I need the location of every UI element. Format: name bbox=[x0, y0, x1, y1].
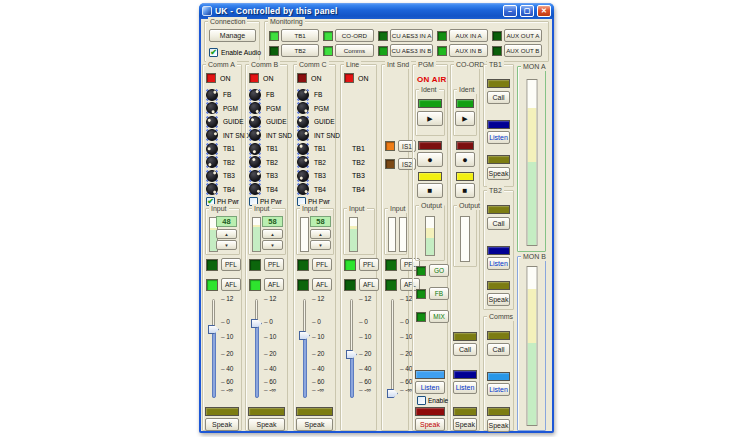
gain-down-button[interactable]: ▼ bbox=[216, 240, 237, 250]
speak-button[interactable]: Speak bbox=[487, 167, 510, 180]
input-gain-value[interactable]: 58 bbox=[310, 216, 331, 227]
play-indicator-bar bbox=[456, 99, 474, 108]
gain-up-button[interactable]: ▲ bbox=[310, 229, 331, 239]
stop-button[interactable]: ■ bbox=[455, 183, 475, 198]
afl-button[interactable]: AFL bbox=[264, 278, 284, 291]
afl-button[interactable]: AFL bbox=[359, 278, 379, 291]
enable-audio-label: Enable Audio bbox=[221, 49, 261, 56]
monitoring-button[interactable]: AUX IN A bbox=[449, 29, 487, 42]
title-bar[interactable]: UK - Controlled by this panel – ▢ ✕ bbox=[199, 3, 554, 19]
monitoring-button[interactable]: CO-ORD bbox=[335, 29, 373, 42]
gain-up-button[interactable]: ▲ bbox=[262, 229, 283, 239]
fader-thumb[interactable] bbox=[299, 331, 310, 340]
listen-button[interactable]: Listen bbox=[453, 381, 477, 394]
knob-label: PGM bbox=[266, 105, 281, 112]
speak-button[interactable]: Speak bbox=[415, 418, 445, 431]
go-button[interactable]: GO bbox=[429, 264, 449, 277]
pfl-button[interactable]: PFL bbox=[264, 258, 284, 271]
level-knob[interactable] bbox=[206, 129, 218, 141]
call-button[interactable]: Call bbox=[487, 343, 510, 356]
stop-button[interactable]: ■ bbox=[417, 183, 443, 198]
level-knob[interactable] bbox=[249, 129, 261, 141]
knob-row: INT SND bbox=[297, 129, 335, 142]
speak-button[interactable]: Speak bbox=[453, 418, 477, 431]
fader-thumb[interactable] bbox=[387, 389, 398, 398]
call-button[interactable]: Call bbox=[487, 91, 510, 104]
call-button[interactable]: Call bbox=[453, 343, 477, 356]
level-knob[interactable] bbox=[206, 143, 218, 155]
afl-button[interactable]: AFL bbox=[221, 278, 241, 291]
listen-button[interactable]: Listen bbox=[487, 383, 510, 396]
level-knob[interactable] bbox=[206, 170, 218, 182]
gain-up-button[interactable]: ▲ bbox=[216, 229, 237, 239]
listen-button[interactable]: Listen bbox=[487, 131, 510, 144]
level-knob[interactable] bbox=[297, 102, 309, 114]
speak-button[interactable]: Speak bbox=[205, 418, 239, 431]
call-button[interactable]: Call bbox=[487, 217, 510, 230]
level-knob[interactable] bbox=[249, 143, 261, 155]
level-knob[interactable] bbox=[206, 183, 218, 195]
monitoring-button[interactable]: Comms bbox=[335, 44, 373, 57]
play-button[interactable]: ▶ bbox=[455, 111, 475, 126]
enable-audio-checkbox[interactable]: ✔ bbox=[209, 48, 218, 57]
play-button[interactable]: ▶ bbox=[417, 111, 443, 126]
speak-button[interactable]: Speak bbox=[487, 419, 510, 432]
gain-down-button[interactable]: ▼ bbox=[310, 240, 331, 250]
input-gain-value[interactable]: 58 bbox=[262, 216, 283, 227]
pfl-button[interactable]: PFL bbox=[359, 258, 379, 271]
listen-button[interactable]: Listen bbox=[415, 381, 445, 394]
pfl-button[interactable]: PFL bbox=[312, 258, 332, 271]
input-gain-value[interactable]: 48 bbox=[216, 216, 237, 227]
monitoring-button[interactable]: TB1 bbox=[281, 29, 319, 42]
gain-down-button[interactable]: ▼ bbox=[262, 240, 283, 250]
record-button[interactable]: ● bbox=[417, 152, 443, 167]
monitoring-cell: AUX OUT B bbox=[492, 44, 546, 57]
level-knob[interactable] bbox=[297, 170, 309, 182]
fb-led bbox=[416, 289, 426, 299]
fader-thumb[interactable] bbox=[208, 325, 219, 334]
level-knob[interactable] bbox=[297, 116, 309, 128]
fader-thumb[interactable] bbox=[346, 350, 357, 359]
record-button[interactable]: ● bbox=[455, 152, 475, 167]
monitoring-button[interactable]: CU AES3 IN B bbox=[390, 44, 434, 57]
level-knob[interactable] bbox=[206, 156, 218, 168]
level-knob[interactable] bbox=[297, 183, 309, 195]
fader-scale-label: -∞ bbox=[359, 386, 371, 394]
monitoring-button[interactable]: CU AES3 IN A bbox=[390, 29, 434, 42]
level-knob[interactable] bbox=[249, 116, 261, 128]
level-knob[interactable] bbox=[249, 183, 261, 195]
level-knob[interactable] bbox=[297, 143, 309, 155]
afl-button[interactable]: AFL bbox=[312, 278, 332, 291]
level-knob[interactable] bbox=[206, 116, 218, 128]
speak-button[interactable]: Speak bbox=[248, 418, 285, 431]
listen-button[interactable]: Listen bbox=[487, 257, 510, 270]
minimize-button[interactable]: – bbox=[503, 5, 517, 17]
level-knob[interactable] bbox=[297, 89, 309, 101]
speak-button[interactable]: Speak bbox=[296, 418, 333, 431]
monitoring-button[interactable]: TB2 bbox=[281, 44, 319, 57]
enable-row: Enable bbox=[417, 396, 448, 405]
level-knob[interactable] bbox=[297, 156, 309, 168]
monitoring-button[interactable]: AUX OUT A bbox=[504, 29, 542, 42]
maximize-button[interactable]: ▢ bbox=[520, 5, 534, 17]
afl-row: AFL bbox=[206, 278, 241, 291]
close-button[interactable]: ✕ bbox=[537, 5, 551, 17]
level-knob[interactable] bbox=[249, 156, 261, 168]
enable-checkbox[interactable] bbox=[417, 396, 426, 405]
mix-button[interactable]: MIX bbox=[429, 310, 449, 323]
fb-button[interactable]: FB bbox=[429, 287, 449, 300]
level-knob[interactable] bbox=[249, 102, 261, 114]
level-knob[interactable] bbox=[249, 89, 261, 101]
level-knob[interactable] bbox=[249, 170, 261, 182]
fader-thumb[interactable] bbox=[251, 319, 262, 328]
level-knob[interactable] bbox=[206, 89, 218, 101]
manage-button[interactable]: Manage bbox=[209, 29, 256, 42]
input-group: Input 58 ▲ ▼ bbox=[296, 208, 334, 255]
pfl-button[interactable]: PFL bbox=[221, 258, 241, 271]
speak-button[interactable]: Speak bbox=[487, 293, 510, 306]
level-knob[interactable] bbox=[297, 129, 309, 141]
level-knob[interactable] bbox=[206, 102, 218, 114]
monitoring-button[interactable]: AUX OUT B bbox=[504, 44, 542, 57]
pfl-led bbox=[249, 259, 261, 271]
monitoring-button[interactable]: AUX IN B bbox=[449, 44, 487, 57]
